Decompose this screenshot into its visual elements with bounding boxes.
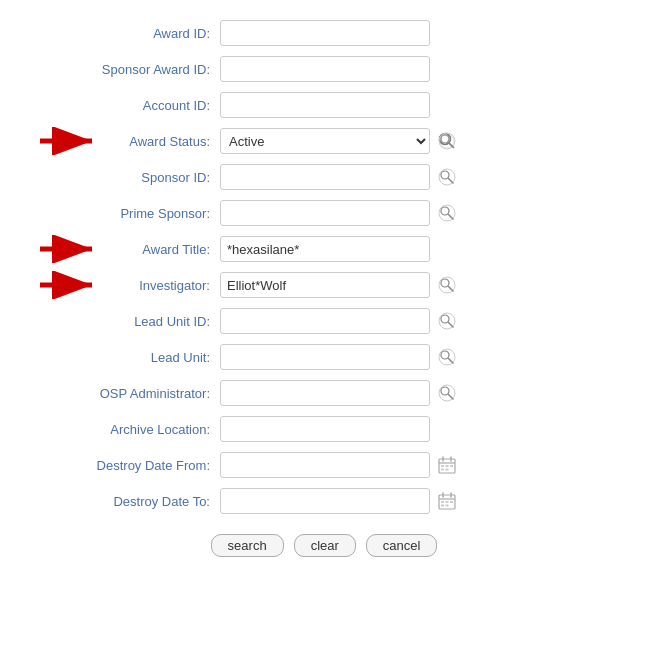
svg-rect-36	[446, 465, 449, 467]
destroy-date-to-label: Destroy Date To:	[40, 494, 220, 509]
prime-sponsor-input[interactable]	[220, 200, 430, 226]
investigator-arrow	[40, 271, 100, 299]
sponsor-award-id-label: Sponsor Award ID:	[40, 62, 220, 77]
award-status-row: Award Status: Active Inactive Pending Cl…	[40, 128, 608, 154]
svg-rect-47	[441, 505, 444, 507]
osp-administrator-label: OSP Administrator:	[40, 386, 220, 401]
lead-unit-id-input[interactable]	[220, 308, 430, 334]
svg-rect-39	[446, 469, 449, 471]
lead-unit-id-search-icon[interactable]	[435, 309, 459, 333]
svg-line-24	[449, 323, 454, 328]
clear-button[interactable]: clear	[294, 534, 356, 557]
sponsor-id-search-icon[interactable]	[435, 165, 459, 189]
lead-unit-input[interactable]	[220, 344, 430, 370]
svg-line-27	[449, 359, 454, 364]
award-id-row: Award ID:	[40, 20, 608, 46]
investigator-input[interactable]	[220, 272, 430, 298]
svg-line-11	[449, 179, 454, 184]
lead-unit-label: Lead Unit:	[40, 350, 220, 365]
lead-unit-search-icon[interactable]	[435, 345, 459, 369]
svg-line-14	[449, 215, 454, 220]
osp-administrator-row: OSP Administrator:	[40, 380, 608, 406]
search-button[interactable]: search	[211, 534, 284, 557]
prime-sponsor-label: Prime Sponsor:	[40, 206, 220, 221]
svg-line-30	[449, 395, 454, 400]
svg-rect-44	[441, 501, 444, 503]
investigator-search-icon[interactable]	[435, 273, 459, 297]
prime-sponsor-search-icon[interactable]	[435, 201, 459, 225]
account-id-label: Account ID:	[40, 98, 220, 113]
award-status-select[interactable]: Active Inactive Pending Closed	[220, 128, 430, 154]
lead-unit-id-label: Lead Unit ID:	[40, 314, 220, 329]
osp-administrator-input[interactable]	[220, 380, 430, 406]
svg-rect-48	[446, 505, 449, 507]
svg-line-21	[449, 287, 454, 292]
sponsor-award-id-row: Sponsor Award ID:	[40, 56, 608, 82]
svg-rect-45	[446, 501, 449, 503]
svg-point-29	[441, 387, 449, 395]
form-container: Award ID: Sponsor Award ID: Account ID: …	[0, 0, 648, 654]
award-id-label: Award ID:	[40, 26, 220, 41]
destroy-date-from-row: Destroy Date From:	[40, 452, 608, 478]
archive-location-input[interactable]	[220, 416, 430, 442]
svg-rect-35	[441, 465, 444, 467]
svg-point-20	[441, 279, 449, 287]
destroy-date-from-input[interactable]	[220, 452, 430, 478]
osp-administrator-search-icon[interactable]	[435, 381, 459, 405]
svg-point-13	[441, 207, 449, 215]
lead-unit-row: Lead Unit:	[40, 344, 608, 370]
award-id-input[interactable]	[220, 20, 430, 46]
account-id-row: Account ID:	[40, 92, 608, 118]
svg-rect-37	[450, 465, 453, 467]
award-title-row: Award Title:	[40, 236, 608, 262]
prime-sponsor-row: Prime Sponsor:	[40, 200, 608, 226]
sponsor-id-input[interactable]	[220, 164, 430, 190]
cancel-button[interactable]: cancel	[366, 534, 438, 557]
destroy-date-to-calendar-icon[interactable]	[435, 489, 459, 513]
sponsor-id-label: Sponsor ID:	[40, 170, 220, 185]
svg-point-10	[441, 171, 449, 179]
lead-unit-id-row: Lead Unit ID:	[40, 308, 608, 334]
svg-rect-38	[441, 469, 444, 471]
destroy-date-from-calendar-icon[interactable]	[435, 453, 459, 477]
destroy-date-to-row: Destroy Date To:	[40, 488, 608, 514]
award-title-arrow	[40, 235, 100, 263]
award-status-search-icon[interactable]	[435, 129, 459, 153]
destroy-date-from-label: Destroy Date From:	[40, 458, 220, 473]
award-status-arrow	[40, 127, 100, 155]
svg-point-23	[441, 315, 449, 323]
svg-point-7	[441, 135, 449, 143]
archive-location-row: Archive Location:	[40, 416, 608, 442]
sponsor-id-row: Sponsor ID:	[40, 164, 608, 190]
investigator-row: Investigator:	[40, 272, 608, 298]
archive-location-label: Archive Location:	[40, 422, 220, 437]
award-title-input[interactable]	[220, 236, 430, 262]
form-actions: search clear cancel	[40, 534, 608, 557]
svg-rect-46	[450, 501, 453, 503]
sponsor-award-id-input[interactable]	[220, 56, 430, 82]
account-id-input[interactable]	[220, 92, 430, 118]
destroy-date-to-input[interactable]	[220, 488, 430, 514]
svg-point-26	[441, 351, 449, 359]
